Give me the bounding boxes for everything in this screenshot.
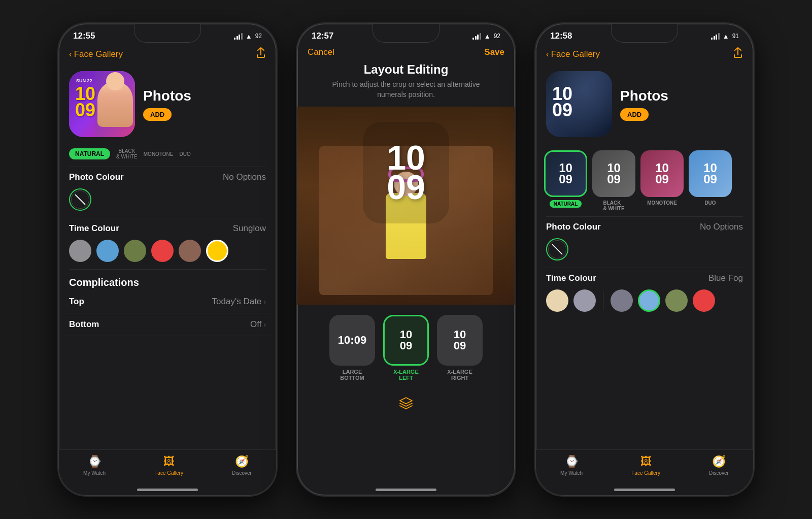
home-indicator-2 xyxy=(376,489,436,491)
colour-brown-1[interactable] xyxy=(179,240,201,262)
signal-icon-2 xyxy=(472,33,481,40)
complication-top-row-1[interactable]: Top Today's Date › xyxy=(59,290,276,313)
status-icons-1: ▲ 92 xyxy=(234,33,262,40)
style-thumbs-row-3: 1009 NATURAL 1009 BLACK& WHITE 1009 MONO… xyxy=(536,145,753,216)
nav-back-1[interactable]: ‹ Face Gallery xyxy=(69,49,123,59)
watch-face-thumb-3[interactable]: 1009 xyxy=(546,71,612,137)
style-mono-3[interactable]: 1009 MONOTONE xyxy=(640,150,684,211)
watch-face-thumb-1[interactable]: SUN 22 1009 xyxy=(69,71,135,137)
style-natural-1[interactable]: NATURAL xyxy=(69,148,110,159)
gallery-tab-icon-3: 🖼 xyxy=(640,455,652,468)
layout-label-large-1: LARGE xyxy=(340,369,364,375)
layout-opt-large-bottom[interactable]: 10:09 LARGE BOTTOM xyxy=(329,315,375,381)
colour-olive-3[interactable] xyxy=(665,289,688,312)
colour-green-1[interactable] xyxy=(124,240,146,262)
colour-blue-1[interactable] xyxy=(96,240,119,262)
phone-1: 12:55 ▲ 92 ‹ Face Gallery xyxy=(58,23,277,496)
add-button-3[interactable]: ADD xyxy=(620,108,649,121)
cancel-button-2[interactable]: Cancel xyxy=(308,47,334,57)
discover-tab-label-1: Discover xyxy=(232,470,252,476)
wifi-icon-3: ▲ xyxy=(723,33,729,40)
colour-grey2-3[interactable] xyxy=(573,289,596,312)
watch-date-small: SUN 22 xyxy=(76,78,92,83)
layout-time-large: 10:09 xyxy=(338,335,366,346)
layout-label-xright-1: X-LARGE xyxy=(447,369,472,375)
layout-options: 10:09 LARGE BOTTOM 1009 X-LARGE LEFT xyxy=(297,305,515,391)
colour-grey-1[interactable] xyxy=(69,240,91,262)
tab-discover-1[interactable]: 🧭 Discover xyxy=(232,455,252,476)
colour-no-option-3[interactable] xyxy=(546,238,568,261)
photo-colour-label-1: Photo Colour xyxy=(69,172,124,182)
colour-yellow-1[interactable] xyxy=(206,240,228,262)
tab-gallery-1[interactable]: 🖼 Face Gallery xyxy=(154,455,183,476)
nav-bar-2: Cancel Save xyxy=(297,43,515,62)
bw-label-3: BLACK& WHITE xyxy=(603,200,624,211)
style-mono-label-1: MONOTONE xyxy=(144,151,174,157)
style-natural-3[interactable]: 1009 NATURAL xyxy=(544,150,587,211)
add-button-1[interactable]: ADD xyxy=(143,108,172,121)
style-bw-1[interactable]: BLACK& WHITE xyxy=(116,148,138,159)
style-bw-3[interactable]: 1009 BLACK& WHITE xyxy=(592,150,635,211)
complication-bottom-label-1: Bottom xyxy=(69,319,99,330)
home-indicator-1 xyxy=(137,489,198,491)
tab-discover-3[interactable]: 🧭 Discover xyxy=(709,455,729,476)
gallery-tab-icon-1: 🖼 xyxy=(163,455,175,468)
complications-header-1: Complications xyxy=(59,270,276,290)
share-button-3[interactable] xyxy=(733,47,743,61)
time-colour-value-3: Blue Fog xyxy=(708,273,743,283)
time-colour-value-1: Sunglow xyxy=(233,223,266,234)
layout-time-xright: 1009 xyxy=(454,329,466,351)
watch-face-title-3: Photos xyxy=(620,88,743,104)
colour-red-3[interactable] xyxy=(693,289,715,312)
tab-watch-1[interactable]: ⌚ My Watch xyxy=(83,455,106,476)
style-selector-1: NATURAL BLACK& WHITE MONOTONE DUO xyxy=(59,145,276,167)
home-indicator-3 xyxy=(614,489,675,491)
complication-bottom-value-1: Off › xyxy=(250,319,266,330)
complication-top-value-1: Today's Date › xyxy=(212,297,266,307)
complication-bottom-row-1[interactable]: Bottom Off › xyxy=(59,313,276,336)
signal-icon-3 xyxy=(711,33,720,40)
signal-icon-1 xyxy=(234,33,243,40)
colour-cream-3[interactable] xyxy=(546,289,568,312)
discover-tab-icon-3: 🧭 xyxy=(712,455,726,468)
layers-icon[interactable] xyxy=(399,396,413,414)
photo-colour-circles-1 xyxy=(59,184,276,218)
colour-red-1[interactable] xyxy=(151,240,174,262)
tab-watch-3[interactable]: ⌚ My Watch xyxy=(560,455,583,476)
colour-blue-fog-3[interactable] xyxy=(638,289,660,312)
layout-opt-xlarge-right[interactable]: 1009 X-LARGE RIGHT xyxy=(437,315,483,381)
layout-label-xleft-1: X-LARGE xyxy=(393,369,419,375)
layout-photo-area[interactable]: 1009 xyxy=(297,107,515,305)
discover-tab-label-3: Discover xyxy=(709,470,729,476)
colour-midgrey-3[interactable] xyxy=(611,289,633,312)
battery-icon-1: 92 xyxy=(255,33,262,40)
colour-no-option-1[interactable] xyxy=(69,188,91,211)
chevron-right-icon-bottom: › xyxy=(263,320,266,329)
share-button-1[interactable] xyxy=(256,47,266,61)
status-time-3: 12:58 xyxy=(550,31,572,41)
nav-back-3[interactable]: ‹ Face Gallery xyxy=(546,49,600,59)
style-duo-label-1: DUO xyxy=(180,151,191,157)
style-thumb-time-bw: 1009 xyxy=(607,163,621,184)
phone-3: 12:58 ▲ 91 ‹ Face Gallery xyxy=(535,23,754,496)
tab-gallery-3[interactable]: 🖼 Face Gallery xyxy=(631,455,660,476)
watch-tab-icon-1: ⌚ xyxy=(88,455,101,468)
layout-opt-xlarge-left[interactable]: 1009 X-LARGE LEFT xyxy=(383,315,429,381)
status-bar-2: 12:57 ▲ 92 xyxy=(297,24,515,43)
watch-tab-icon-3: ⌚ xyxy=(565,455,579,468)
style-thumb-natural-face: 1009 xyxy=(544,150,587,197)
complication-top-label-1: Top xyxy=(69,297,84,307)
photo-colour-label-3: Photo Colour xyxy=(546,222,601,232)
layout-face-large: 10:09 xyxy=(329,315,375,366)
layout-label-large-2: BOTTOM xyxy=(340,375,364,381)
save-button-2[interactable]: Save xyxy=(484,47,504,57)
layout-face-xright: 1009 xyxy=(437,315,483,366)
time-colour-circles-3 xyxy=(536,285,753,319)
battery-icon-3: 91 xyxy=(732,33,739,40)
style-bw-label-1: BLACK& WHITE xyxy=(116,148,138,159)
style-duo-3[interactable]: 1009 DUO xyxy=(689,150,732,211)
watch-face-info-1: Photos ADD xyxy=(143,88,266,121)
style-mono-1[interactable]: MONOTONE xyxy=(144,151,174,157)
style-duo-1[interactable]: DUO xyxy=(180,151,191,157)
layout-editing-subtitle: Pinch to adjust the crop or select an al… xyxy=(297,80,515,107)
